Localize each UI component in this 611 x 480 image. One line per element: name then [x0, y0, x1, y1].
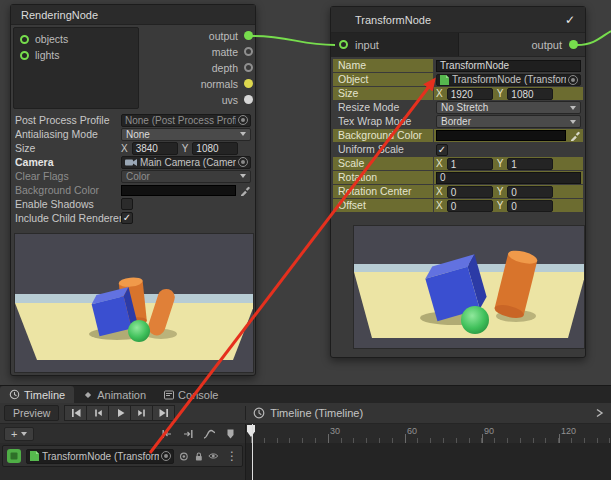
uniform-scale-checkbox[interactable]: ✓ [436, 144, 448, 156]
port-dot-normals[interactable] [244, 79, 253, 88]
background-color-swatch[interactable] [436, 130, 566, 141]
property-row-offset: Offset X 0 Y 0 [333, 199, 583, 212]
transform-node[interactable]: TransformNode ✓ input output Name Transf… [330, 6, 586, 358]
ruler-label: 30 [330, 426, 340, 436]
input-ports-box: objects lights [13, 27, 139, 109]
background-color-swatch[interactable] [121, 185, 236, 196]
port-dot-matte[interactable] [244, 47, 253, 56]
track-header-column: TransformNode (Transform ⋮ [0, 443, 246, 480]
scale-x-field[interactable]: 1 [447, 158, 493, 170]
enable-shadows-checkbox[interactable] [121, 198, 133, 210]
resize-mode-dropdown[interactable]: No Stretch [436, 101, 581, 114]
port-dot-depth[interactable] [244, 63, 253, 72]
size-x-field[interactable]: 3840 [132, 142, 178, 155]
port-output[interactable]: output [459, 33, 585, 56]
clip-out-icon[interactable] [182, 428, 194, 440]
eyedropper-icon[interactable] [570, 130, 581, 141]
rotation-center-x-field[interactable]: 0 [447, 186, 493, 198]
next-frame-icon [136, 407, 148, 419]
scale-y-field[interactable]: 1 [507, 158, 553, 170]
object-picker-icon[interactable] [238, 157, 248, 167]
go-to-end-button[interactable] [152, 405, 175, 421]
tab-animation[interactable]: Animation [74, 386, 155, 403]
transform-node-header[interactable]: TransformNode ✓ [331, 7, 585, 33]
clear-flags-dropdown[interactable]: Color [121, 170, 251, 183]
playhead-line[interactable] [252, 424, 253, 480]
name-field[interactable]: TransformNode [436, 60, 581, 72]
eye-icon[interactable] [208, 451, 219, 461]
record-icon[interactable] [179, 451, 189, 462]
tab-timeline[interactable]: Timeline [0, 386, 74, 403]
timeline-track-lane[interactable] [246, 443, 611, 480]
port-output[interactable]: output [137, 28, 255, 44]
tex-wrap-mode-dropdown[interactable]: Border [436, 115, 581, 128]
timeline-tracks: TransformNode (Transform ⋮ [0, 443, 611, 480]
add-track-button[interactable]: + [4, 427, 34, 441]
size-x-field[interactable]: 1920 [447, 88, 493, 100]
port-dot-output[interactable] [569, 40, 578, 49]
play-button[interactable] [108, 405, 131, 421]
rotation-field[interactable]: 0 [436, 172, 581, 184]
include-child-renderers-checkbox[interactable]: ✓ [121, 212, 133, 224]
port-label: output [531, 39, 562, 51]
size-y-field[interactable]: 1080 [192, 142, 238, 155]
port-depth[interactable]: depth [137, 60, 255, 76]
port-dot-uvs[interactable] [244, 95, 253, 104]
chevron-right-icon[interactable] [594, 407, 604, 419]
port-dot-output[interactable] [244, 31, 253, 40]
port-dot-lights[interactable] [20, 51, 29, 60]
curves-icon[interactable] [203, 428, 216, 440]
property-label: Scale [333, 157, 433, 170]
timeline-panel: Timeline Animation Console Preview Timel… [0, 385, 611, 480]
offset-x-field[interactable]: 0 [447, 200, 493, 212]
property-row-camera: Camera Main Camera (Camera) [15, 155, 251, 169]
port-normals[interactable]: normals [137, 76, 255, 92]
clip-in-icon[interactable] [161, 428, 173, 440]
tab-label: Console [178, 389, 218, 401]
timeline-selector[interactable]: Timeline (Timeline) [253, 407, 363, 419]
preview-toggle-button[interactable]: Preview [4, 405, 59, 421]
track-binding-field[interactable]: TransformNode (Transform [26, 449, 174, 464]
object-picker-icon[interactable] [238, 115, 248, 125]
tab-console[interactable]: Console [155, 386, 227, 403]
port-input[interactable]: input [331, 33, 459, 56]
playhead-marker[interactable] [247, 425, 255, 437]
track-menu-button[interactable]: ⋮ [226, 450, 238, 462]
toolbar-divider [245, 406, 246, 420]
property-label: Size [15, 142, 121, 154]
lock-icon[interactable] [194, 451, 204, 462]
node-enabled-checkbox[interactable]: ✓ [565, 13, 575, 27]
camera-field[interactable]: Main Camera (Camera) [121, 156, 251, 169]
timeline-tab-icon [9, 389, 20, 400]
size-y-field[interactable]: 1080 [507, 88, 553, 100]
skip-start-icon [70, 407, 82, 419]
post-process-profile-field[interactable]: None (Post Process Profile) [121, 114, 251, 127]
port-objects[interactable]: objects [14, 31, 138, 47]
previous-frame-button[interactable] [86, 405, 109, 421]
property-label: Camera [15, 156, 121, 168]
markers-icon[interactable] [225, 428, 236, 440]
add-track-label: + [11, 428, 17, 440]
object-picker-icon[interactable] [568, 75, 578, 85]
next-frame-button[interactable] [130, 405, 153, 421]
property-label: Include Child Renderers [15, 212, 121, 224]
go-to-start-button[interactable] [64, 405, 87, 421]
object-field[interactable]: TransformNode (Transform Node [436, 74, 581, 86]
rendering-node[interactable]: RenderingNode objects lights output matt… [10, 4, 256, 376]
port-lights[interactable]: lights [14, 47, 138, 63]
port-dot-input[interactable] [339, 40, 348, 49]
eyedropper-icon[interactable] [240, 185, 251, 196]
rendering-node-header[interactable]: RenderingNode [11, 5, 255, 25]
rotation-center-y-field[interactable]: 0 [507, 186, 553, 198]
port-matte[interactable]: matte [137, 44, 255, 60]
timeline-track[interactable]: TransformNode (Transform ⋮ [2, 445, 243, 467]
offset-y-field[interactable]: 0 [507, 200, 553, 212]
ruler-tool-icons [161, 428, 236, 440]
port-uvs[interactable]: uvs [137, 92, 255, 108]
object-picker-icon[interactable] [161, 451, 171, 461]
port-dot-objects[interactable] [20, 35, 29, 44]
camera-icon [125, 158, 137, 167]
timeline-ruler[interactable]: 30 60 90 120 [246, 424, 611, 443]
ruler-label: 120 [561, 426, 576, 436]
antialiasing-mode-dropdown[interactable]: None [121, 128, 251, 141]
